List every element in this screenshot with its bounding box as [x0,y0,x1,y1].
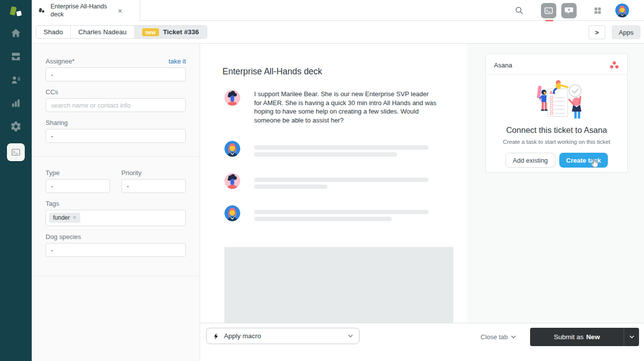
message-body [254,141,437,157]
message-text: I support Marilee Bear. She is our new E… [254,90,437,124]
chevron-down-icon [348,333,353,339]
breadcrumb-ticket[interactable]: new Ticket #336 [134,26,207,38]
submit-status: New [586,333,600,341]
asana-heading: Connect this ticket to Asana [486,125,627,135]
dog-species-label: Dog species [46,233,81,241]
search-icon[interactable] [510,1,528,19]
message-body [254,173,437,189]
sharing-field[interactable] [46,129,186,143]
message-row [222,205,467,221]
asana-teamwork-illustration [526,79,588,122]
active-app-indicator [545,20,553,21]
ccs-label: CCs [46,88,58,96]
message-row [222,173,467,189]
image-placeholder [224,247,453,323]
customers-icon[interactable] [6,70,26,90]
type-field[interactable] [46,179,110,193]
close-tab-label: Close tab [481,333,508,341]
chevron-down-icon [629,334,635,340]
skeleton-line [254,152,397,157]
skeleton-line [254,217,392,221]
apps-button[interactable]: Apps [612,25,641,39]
reporting-icon[interactable] [6,93,26,113]
ccs-field[interactable] [46,98,186,112]
collapse-panel-button[interactable]: > [589,25,605,39]
create-task-button[interactable]: Create task [559,153,608,168]
zendesk-tab-logo-icon [38,6,46,14]
tag-chip-text: funder [53,214,70,221]
assignee-field[interactable] [46,67,186,81]
breadcrumb: Shado Charles Nadeau new Ticket #336 [36,25,207,39]
breadcrumb-requester[interactable]: Charles Nadeau [70,26,134,38]
apps-sidebar: Asana [467,44,644,323]
asana-subheading: Create a task to start working on this t… [486,139,627,145]
message-body [254,205,437,221]
skeleton-line [254,184,327,189]
tags-field[interactable]: funder × [46,210,186,226]
tab-title: Enterprise All-Hands deck [51,2,115,19]
chat-dismiss-icon[interactable] [561,3,577,18]
asana-logo-icon [609,60,619,69]
chevron-down-icon [511,334,516,340]
zendesk-logo-icon[interactable] [7,3,24,20]
asana-app-card: Asana [485,54,628,173]
grid-icon[interactable] [589,1,606,19]
remove-tag-icon[interactable]: × [73,214,76,221]
app-rail [0,0,32,361]
priority-field[interactable] [121,179,186,193]
submit-options-caret[interactable] [624,328,639,346]
apps-terminal-icon[interactable] [7,143,25,161]
tag-chip: funder × [49,213,80,223]
lightning-icon [213,333,219,340]
skeleton-line [254,178,429,182]
skeleton-line [254,145,429,150]
message-row [222,141,467,157]
panel-divider [32,156,200,157]
apply-macro-label: Apply macro [224,332,348,340]
ticket-subject-title: Enterprise All-Hands deck [222,66,467,77]
breadcrumb-account[interactable]: Shado [36,26,70,38]
dog-species-field[interactable] [46,243,186,257]
submit-button-label[interactable]: Submit as New [530,328,624,346]
sharing-label: Sharing [46,119,68,126]
message-list: I support Marilee Bear. She is our new E… [222,90,467,221]
assignee-label: Assignee* [46,58,75,65]
admin-gear-icon[interactable] [6,117,26,136]
conversations-app-icon[interactable] [541,3,556,18]
avatar-pink [224,90,240,106]
apply-macro-select[interactable]: Apply macro [206,328,360,344]
ticket-tab[interactable]: Enterprise All-Hands deck × [32,0,140,21]
panel-divider [32,276,200,276]
ticket-properties-panel: Assignee* take it CCs Sharing Type Prior… [32,44,200,361]
home-icon[interactable] [6,23,26,43]
ticket-label: Ticket #336 [163,28,199,36]
type-label: Type [46,169,59,177]
conversation-pane: Enterprise All-Hands deck I support Mari… [200,44,467,323]
avatar-blue [224,205,240,221]
add-existing-button[interactable]: Add existing [505,153,555,168]
ticket-footer: Apply macro Close tab Submit as New [200,323,644,361]
submit-prefix: Submit as [554,333,584,341]
skeleton-line [254,210,429,214]
header-icons [510,0,639,21]
message-row: I support Marilee Bear. She is our new E… [222,90,467,124]
user-avatar[interactable] [615,3,629,17]
avatar-blue [224,141,240,157]
avatar-pink [224,173,240,189]
message-body: I support Marilee Bear. She is our new E… [254,90,437,124]
take-it-link[interactable]: take it [168,58,186,65]
priority-label: Priority [121,169,141,177]
views-icon[interactable] [6,47,26,66]
tags-label: Tags [46,200,59,207]
submit-button[interactable]: Submit as New [530,328,639,346]
close-icon[interactable]: × [118,7,122,14]
close-tab-control[interactable]: Close tab [481,333,516,341]
status-badge: new [142,28,159,36]
asana-app-name: Asana [494,61,512,69]
